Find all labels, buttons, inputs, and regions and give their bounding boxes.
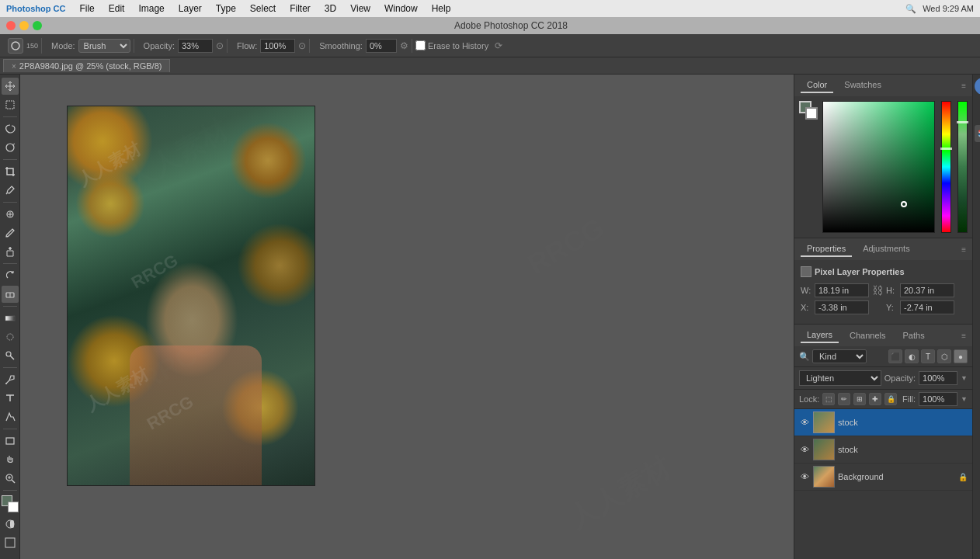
filter-pixel-btn[interactable]: ⬛	[888, 349, 902, 363]
hue-slider[interactable]	[941, 101, 951, 233]
tab-layers[interactable]: Layers	[801, 328, 839, 343]
tab-properties[interactable]: Properties	[801, 241, 852, 257]
eraser-tool-icon[interactable]	[8, 38, 23, 54]
layer-item-stock-1[interactable]: 👁 stock	[794, 409, 972, 436]
canvas-image[interactable]: 人人素材 RRCG 人人素材 RRCG	[67, 106, 315, 486]
smoothing-input[interactable]	[366, 39, 397, 53]
search-icon[interactable]: 🔍	[905, 4, 916, 14]
menu-image[interactable]: Image	[132, 2, 170, 16]
document-tab[interactable]: × 2P8A9840.jpg @ 25% (stock, RGB/8)	[3, 59, 170, 72]
lasso-tool[interactable]	[2, 120, 19, 137]
layer-visibility-1[interactable]: 👁	[799, 417, 810, 428]
layer-opacity-input[interactable]	[919, 371, 957, 385]
height-input[interactable]	[900, 283, 954, 297]
properties-panel-collapse[interactable]: ≡	[961, 245, 966, 254]
lock-paint-btn[interactable]: ✏	[838, 393, 850, 405]
layer-visibility-3[interactable]: 👁	[799, 471, 810, 482]
flow-input[interactable]	[260, 39, 295, 53]
close-window-button[interactable]	[6, 21, 16, 30]
gradient-tool[interactable]	[2, 310, 19, 327]
learn-icon[interactable]: ❓	[975, 78, 980, 95]
flow-pressure-icon[interactable]: ⊙	[298, 40, 306, 51]
x-input[interactable]	[815, 300, 869, 314]
link-icon[interactable]: ⛓	[872, 284, 883, 297]
layers-filter-select[interactable]: Kind Name Effect	[812, 349, 867, 363]
minimize-window-button[interactable]	[19, 21, 29, 30]
tab-swatches[interactable]: Swatches	[838, 78, 888, 93]
eyedropper-tool[interactable]	[2, 182, 19, 199]
eraser-tool[interactable]	[2, 286, 19, 303]
menu-type[interactable]: Type	[210, 2, 242, 16]
tab-paths[interactable]: Paths	[897, 328, 931, 342]
opacity-input[interactable]	[178, 39, 213, 53]
menu-file[interactable]: File	[73, 2, 100, 16]
menu-window[interactable]: Window	[378, 2, 424, 16]
menu-filter[interactable]: Filter	[283, 2, 317, 16]
tab-close-button[interactable]: ×	[12, 62, 16, 71]
tab-adjustments[interactable]: Adjustments	[857, 241, 916, 257]
color-panel-collapse[interactable]: ≡	[961, 82, 966, 90]
healing-tool[interactable]	[2, 206, 19, 223]
tab-color[interactable]: Color	[801, 78, 833, 93]
bg-swatch[interactable]	[805, 107, 818, 120]
filter-smart-btn[interactable]: ●	[954, 349, 968, 363]
mode-select[interactable]: Brush Pencil Airbrush	[78, 39, 130, 53]
layer-visibility-2[interactable]: 👁	[799, 444, 810, 455]
pen-tool[interactable]	[2, 371, 19, 388]
menu-edit[interactable]: Edit	[103, 2, 131, 16]
width-input[interactable]	[815, 283, 869, 297]
background-color-swatch[interactable]	[8, 502, 19, 512]
layer-item-stock-2[interactable]: 👁 stock	[794, 436, 972, 464]
menu-view[interactable]: View	[344, 2, 377, 16]
fg-bg-swatches[interactable]	[799, 101, 816, 123]
type-tool[interactable]	[2, 390, 19, 407]
blur-tool[interactable]	[2, 328, 19, 345]
quick-mask-button[interactable]	[2, 516, 19, 533]
move-tool[interactable]	[2, 78, 19, 95]
fill-arrow[interactable]: ▼	[961, 395, 968, 403]
zoom-tool[interactable]	[2, 470, 19, 487]
lock-all-btn[interactable]: 🔒	[884, 393, 897, 405]
opacity-saturation-slider[interactable]	[957, 101, 968, 233]
lock-move-btn[interactable]: ✚	[869, 393, 881, 405]
history-brush-tool[interactable]	[2, 267, 19, 284]
menu-3d[interactable]: 3D	[318, 2, 342, 16]
y-input[interactable]	[900, 300, 954, 314]
layer-thumbnail-1	[813, 411, 835, 433]
lock-artboard-btn[interactable]: ⊞	[853, 393, 866, 405]
brush-tool[interactable]	[2, 224, 19, 241]
smoothing-label: Smoothing:	[319, 41, 363, 50]
menu-layer[interactable]: Layer	[172, 2, 208, 16]
hand-tool[interactable]	[2, 451, 19, 468]
fill-input[interactable]	[919, 392, 957, 406]
tab-bar: × 2P8A9840.jpg @ 25% (stock, RGB/8)	[0, 57, 980, 75]
smoothing-options-icon[interactable]: ⚙	[400, 40, 408, 51]
filter-shape-btn[interactable]: ⬡	[937, 349, 951, 363]
layers-panel-collapse[interactable]: ≡	[961, 332, 966, 340]
properties-panel-header: Properties Adjustments ≡	[794, 238, 972, 260]
color-swatches[interactable]	[2, 495, 19, 512]
crop-tool[interactable]	[2, 163, 19, 180]
filter-adjustment-btn[interactable]: ◐	[905, 349, 919, 363]
path-select-tool[interactable]	[2, 408, 19, 425]
lock-transparent-btn[interactable]: ⬚	[822, 393, 835, 405]
screen-mode-button[interactable]	[2, 534, 19, 551]
erase-to-history-checkbox[interactable]	[415, 40, 426, 50]
clone-stamp-tool[interactable]	[2, 243, 19, 260]
shape-tool[interactable]	[2, 432, 19, 450]
tab-channels[interactable]: Channels	[843, 328, 891, 342]
layer-item-background[interactable]: 👁 Background 🔒	[794, 464, 972, 491]
filter-type-btn[interactable]: T	[921, 349, 935, 363]
color-gradient-field[interactable]	[822, 101, 934, 233]
opacity-arrow[interactable]: ▼	[961, 374, 968, 382]
menu-select[interactable]: Select	[244, 2, 282, 16]
blend-mode-select[interactable]: Lighten Normal Multiply Screen Overlay	[799, 370, 881, 386]
dodge-tool[interactable]	[2, 347, 19, 364]
maximize-window-button[interactable]	[33, 21, 42, 30]
marquee-tool[interactable]	[2, 96, 19, 113]
toolbox-divider-1	[3, 116, 17, 117]
menu-help[interactable]: Help	[426, 2, 457, 16]
opacity-pressure-icon[interactable]: ⊙	[216, 40, 224, 51]
quick-select-tool[interactable]	[2, 139, 19, 156]
libraries-icon[interactable]: 📚	[975, 125, 980, 142]
